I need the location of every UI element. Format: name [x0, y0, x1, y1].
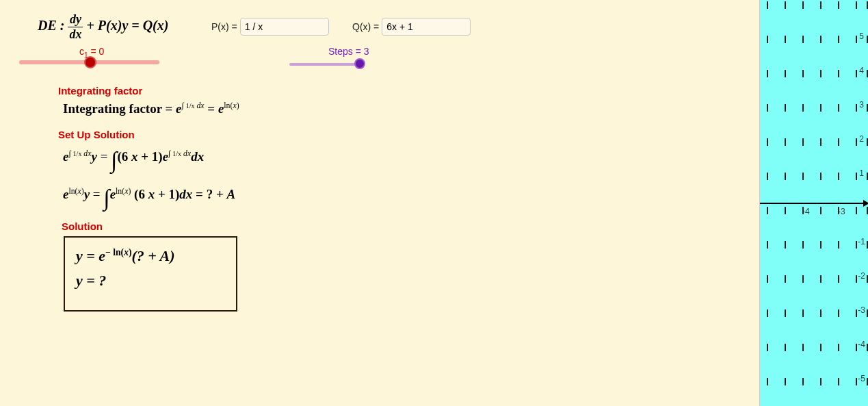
c1-slider-handle[interactable]	[84, 56, 96, 68]
steps-slider-label: Steps = 3	[328, 46, 369, 57]
px-input-group: P(x) =	[211, 18, 329, 36]
ytick-m1: -1	[858, 237, 865, 246]
qx-input[interactable]	[382, 18, 471, 36]
ytick-5: 5	[859, 31, 864, 41]
ytick-3: 3	[859, 100, 864, 110]
de-equation: DE : dydx + P(x)y = Q(x)	[38, 12, 168, 42]
qx-input-group: Q(x) =	[352, 18, 471, 36]
integrating-factor-eq: Integrating factor = e∫ 1/x dx = eln(x)	[63, 101, 239, 116]
px-input[interactable]	[240, 18, 329, 36]
heading-integrating-factor: Integrating factor	[58, 85, 142, 97]
ytick-2: 2	[859, 134, 864, 144]
solution-line-2: y = ?	[76, 272, 225, 290]
solution-line-1: y = e− ln(x)(? + A)	[76, 247, 225, 265]
ytick-m3: -3	[858, 305, 865, 315]
setup-eq-1: e∫ 1/x dxy = ∫(6 x + 1)e∫ 1/x dxdx	[63, 147, 204, 173]
ytick-m4: -4	[858, 340, 865, 349]
ytick-4: 4	[859, 66, 864, 75]
workspace-panel: DE : dydx + P(x)y = Q(x) P(x) = Q(x) = c…	[0, 0, 759, 406]
heading-setup: Set Up Solution	[58, 129, 135, 140]
heading-solution: Solution	[62, 220, 103, 232]
px-label: P(x) =	[211, 21, 237, 32]
graph-panel[interactable]: -4 -3 5 4 3 2 1 -1 -2 -3 -4 -5	[759, 0, 868, 406]
setup-eq-2: eln(x)y = ∫eln(x) (6 x + 1)dx = ? + A	[63, 185, 235, 211]
qx-label: Q(x) =	[352, 21, 379, 32]
steps-slider-track[interactable]	[289, 63, 361, 66]
ytick-m5: -5	[858, 374, 865, 383]
steps-slider-handle[interactable]	[354, 58, 365, 69]
x-axis	[760, 203, 868, 204]
ytick-m2: -2	[858, 271, 865, 281]
solution-box: y = e− ln(x)(? + A) y = ?	[64, 236, 237, 312]
ytick-1: 1	[859, 168, 864, 178]
